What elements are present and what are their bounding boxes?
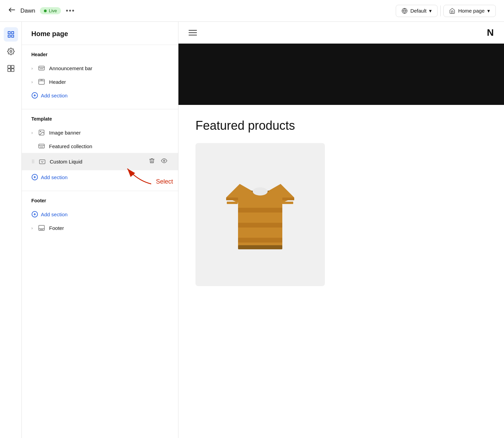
svg-rect-24 — [40, 160, 45, 164]
more-menu-button[interactable]: ••• — [66, 7, 75, 15]
hamburger-line — [189, 35, 197, 35]
theme-name: Dawn — [20, 7, 35, 14]
footer-icon — [38, 224, 45, 231]
hamburger-menu[interactable] — [189, 30, 197, 35]
image-banner-label: Image banner — [49, 130, 169, 136]
default-dropdown[interactable]: Default ▾ — [396, 5, 438, 17]
add-section-label-footer: Add section — [41, 212, 67, 217]
hamburger-line — [189, 30, 197, 31]
topbar-center: Default ▾ Home page ▾ — [396, 5, 496, 17]
preview-nav-letter: N — [487, 27, 494, 38]
svg-rect-2 — [11, 32, 13, 34]
header-icon — [38, 78, 45, 85]
sections-panel: Home page Header › Announcement bar › He… — [22, 22, 178, 438]
announcement-bar-icon — [38, 65, 45, 72]
section-item-actions — [147, 156, 169, 167]
page-dropdown[interactable]: Home page ▾ — [443, 5, 496, 17]
svg-rect-42 — [226, 198, 238, 200]
add-section-btn-header[interactable]: Add section — [22, 89, 178, 102]
svg-rect-4 — [11, 35, 13, 37]
topbar-left: Dawn Live ••• — [8, 6, 75, 16]
drag-handle-icon[interactable]: ⠿ — [31, 159, 35, 165]
svg-point-25 — [163, 160, 165, 162]
sidebar-btn-apps[interactable] — [4, 61, 18, 76]
featured-collection-label: Featured collection — [49, 143, 169, 149]
add-section-btn-template[interactable]: Add section — [22, 170, 178, 184]
footer-chevron-icon: › — [31, 225, 33, 231]
section-item-footer[interactable]: › Footer — [22, 221, 178, 235]
page-label: Home page — [458, 8, 485, 14]
live-label: Live — [49, 8, 57, 13]
svg-rect-41 — [238, 238, 282, 243]
announcement-bar-label: Announcement bar — [49, 65, 169, 71]
eye-icon[interactable] — [160, 156, 169, 167]
add-section-label-template: Add section — [41, 174, 67, 180]
svg-rect-39 — [238, 223, 282, 228]
hamburger-line — [189, 32, 197, 33]
preview-topbar: N — [178, 22, 504, 44]
svg-point-5 — [10, 50, 12, 52]
add-section-icon-footer — [31, 211, 38, 218]
group-label-template: Template — [22, 116, 178, 126]
svg-rect-3 — [8, 35, 10, 37]
topbar-divider — [440, 5, 441, 16]
live-dot — [44, 10, 47, 12]
svg-rect-6 — [7, 65, 10, 68]
globe-icon — [401, 8, 408, 14]
svg-rect-44 — [282, 198, 294, 200]
live-badge: Live — [40, 7, 61, 14]
preview-window: N Featured products — [178, 22, 504, 438]
header-label: Header — [49, 79, 169, 85]
svg-rect-7 — [11, 65, 14, 68]
panel-title: Home page — [22, 22, 178, 45]
product-card — [195, 143, 325, 286]
preview-area: N Featured products — [178, 22, 504, 438]
chevron-down-icon: ▾ — [429, 8, 432, 14]
svg-rect-43 — [227, 202, 238, 204]
svg-rect-1 — [8, 32, 10, 34]
section-group-footer: Footer Add section › Footer — [22, 191, 178, 241]
section-item-header[interactable]: › Header — [22, 75, 178, 89]
home-icon — [449, 8, 455, 14]
section-item-custom-liquid[interactable]: ⠿ Custom Liquid — [22, 153, 178, 170]
back-button[interactable] — [8, 6, 16, 16]
section-group-template: Template › Image banner Featured collect… — [22, 109, 178, 191]
tshirt-svg — [209, 163, 311, 266]
preview-dark-banner — [178, 44, 504, 105]
chevron-icon: › — [31, 130, 33, 135]
add-section-icon-template — [31, 174, 38, 181]
group-label-footer: Footer — [22, 198, 178, 207]
section-item-announcement-bar[interactable]: › Announcement bar — [22, 61, 178, 75]
svg-rect-46 — [238, 245, 282, 249]
sidebar-btn-layout[interactable] — [4, 27, 18, 42]
svg-point-36 — [253, 187, 268, 195]
main-layout: Home page Header › Announcement bar › He… — [0, 22, 504, 438]
svg-rect-45 — [282, 202, 293, 204]
image-banner-icon — [38, 129, 45, 136]
footer-label: Footer — [49, 225, 169, 231]
section-item-featured-collection[interactable]: Featured collection — [22, 139, 178, 153]
icon-sidebar — [0, 22, 22, 438]
chevron-icon: › — [31, 79, 33, 84]
delete-icon[interactable] — [147, 156, 156, 167]
featured-collection-icon — [38, 143, 45, 150]
default-label: Default — [410, 8, 427, 14]
svg-point-20 — [40, 131, 41, 132]
svg-rect-40 — [238, 230, 282, 235]
add-section-icon-header — [31, 92, 38, 99]
add-section-btn-footer[interactable]: Add section — [22, 207, 178, 221]
section-item-image-banner[interactable]: › Image banner — [22, 126, 178, 139]
svg-rect-10 — [39, 66, 45, 70]
page-chevron-icon: ▾ — [487, 8, 490, 14]
custom-liquid-icon — [39, 158, 46, 165]
svg-rect-21 — [39, 144, 45, 148]
sidebar-btn-settings[interactable] — [4, 44, 18, 59]
custom-liquid-label: Custom Liquid — [50, 159, 143, 165]
featured-products-title: Featured products — [195, 119, 487, 133]
svg-rect-9 — [11, 69, 14, 72]
section-group-header: Header › Announcement bar › Header Add s… — [22, 45, 178, 109]
add-section-label-header: Add section — [41, 93, 67, 98]
chevron-icon: › — [31, 66, 33, 71]
svg-rect-38 — [238, 215, 282, 220]
preview-content: Featured products — [178, 105, 504, 300]
